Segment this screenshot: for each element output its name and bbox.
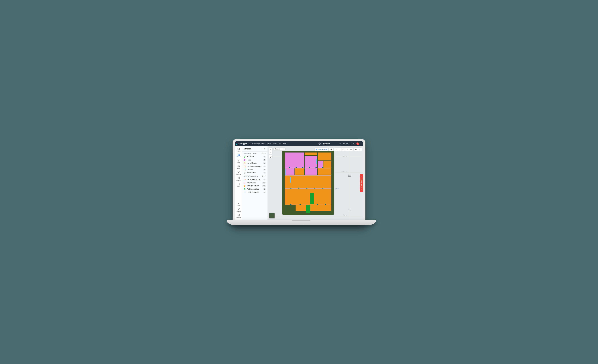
svg-point-15 — [238, 173, 239, 173]
logo-icon — [236, 143, 237, 145]
chevron-up-icon[interactable] — [264, 175, 266, 177]
chevron-down-icon[interactable] — [360, 143, 362, 144]
app-logo[interactable]: TaskMapper — [236, 143, 247, 145]
feedback-tab[interactable]: Share feedback ⋮ — [360, 174, 363, 191]
settings-icon[interactable] — [318, 142, 321, 145]
map-search-icon[interactable] — [358, 148, 362, 151]
more-options-icon[interactable] — [261, 148, 263, 150]
notifications-icon[interactable] — [350, 142, 352, 145]
chevron-up-icon[interactable] — [264, 153, 266, 154]
svg-point-24 — [238, 215, 239, 215]
count-badge: 13 — [263, 159, 266, 161]
count-badge: 5 — [263, 156, 266, 158]
rail-table[interactable]: Table — [235, 165, 242, 170]
class-row[interactable]: Modules Installed60 — [242, 187, 267, 191]
class-group-header[interactable]: Monitoring - Others — [242, 152, 267, 155]
class-row[interactable]: Piles Installed609 — [242, 181, 267, 184]
swatch-icon — [244, 159, 245, 161]
nav-dashboard[interactable]: Dashboard — [252, 143, 260, 145]
rail-sharing[interactable]: Sharing — [235, 207, 242, 213]
swatch-icon — [244, 163, 245, 164]
save-view-button[interactable]: Save view × — [315, 148, 328, 151]
svg-point-14 — [239, 172, 240, 172]
svg-line-22 — [238, 209, 239, 209]
class-row[interactable]: Inverter Piles Compl..0 — [242, 165, 267, 168]
svg-point-38 — [356, 149, 357, 149]
count-badge: 60 — [263, 188, 266, 190]
user-avatar[interactable]: e — [357, 142, 359, 145]
home-icon[interactable] — [249, 143, 251, 145]
class-row[interactable]: Trackers Installed993 — [242, 184, 267, 187]
class-row[interactable]: Predrill/Piles Incom...0 — [242, 178, 267, 181]
rail-analyze[interactable]: Analyze — [235, 176, 242, 182]
count-badge: 0 — [263, 179, 266, 180]
close-icon[interactable]: × — [326, 148, 327, 150]
rail-charts[interactable]: Charts — [235, 201, 242, 207]
point-tool[interactable] — [345, 148, 349, 151]
count-badge: 10 — [263, 162, 266, 164]
class-row[interactable]: Internal Roads10 — [242, 162, 267, 165]
rail-filters[interactable]: Filters — [235, 159, 242, 164]
classes-panel: Classes Monitoring - Others DC Trench5 F… — [242, 146, 268, 220]
search-icon[interactable] — [343, 142, 345, 145]
save-icon — [316, 149, 317, 150]
route-badge: 1173 — [348, 209, 351, 211]
measure-tool[interactable] — [354, 148, 358, 151]
rail-workflows[interactable]: Workflows — [235, 170, 242, 176]
nav-more[interactable]: More — [283, 143, 288, 145]
circle-tool[interactable] — [342, 148, 345, 151]
svg-marker-8 — [238, 160, 240, 162]
layer-style-select[interactable]: Default — [274, 148, 285, 150]
eye-icon[interactable] — [262, 153, 263, 154]
svg-point-31 — [262, 176, 263, 176]
rail-settings[interactable]: Settings — [235, 213, 242, 219]
main-nav: Dashboard Maps Tasks Forms Files More — [252, 143, 288, 145]
road — [349, 146, 349, 220]
svg-point-35 — [343, 149, 344, 150]
road-label: Stice Rd — [343, 156, 347, 157]
language-toggle[interactable]: EN — [346, 143, 349, 145]
path-tool[interactable] — [349, 148, 353, 151]
class-group-header[interactable]: Monitoring - Trackers — [242, 174, 267, 178]
svg-rect-34 — [339, 149, 340, 150]
rail-classes[interactable]: Classes — [235, 153, 242, 158]
reset-view-button[interactable] — [269, 155, 272, 159]
nav-maps[interactable]: Maps — [261, 143, 265, 145]
rail-scan[interactable]: Scan — [235, 182, 242, 188]
line-tool[interactable] — [334, 148, 338, 151]
left-rail: Layers Classes Filters Table Workflows A… — [235, 146, 242, 220]
road-label: g Field — [335, 188, 339, 190]
rail-layers[interactable]: Layers — [235, 147, 242, 152]
rect-tool[interactable] — [338, 148, 342, 151]
nav-tasks[interactable]: Tasks — [267, 143, 271, 145]
class-row[interactable]: Predrill Complete9 — [242, 191, 267, 194]
class-row[interactable]: Inverters24 — [242, 168, 267, 171]
svg-line-2 — [344, 144, 345, 144]
class-row[interactable]: Fence13 — [242, 158, 267, 162]
add-class-icon[interactable] — [263, 148, 266, 150]
swatch-icon — [244, 182, 245, 183]
minimap[interactable] — [269, 213, 275, 218]
project-select[interactable]: Horizon — [322, 142, 342, 145]
count-badge: 9 — [263, 191, 266, 193]
app-header: TaskMapper | Dashboard Maps Tasks Forms … — [235, 141, 363, 146]
svg-point-13 — [238, 172, 238, 172]
nav-files[interactable]: Files — [278, 143, 281, 145]
pin-tool[interactable] — [329, 148, 333, 151]
svg-rect-4 — [238, 154, 238, 155]
swatch-icon — [244, 156, 245, 157]
zoom-in-button[interactable]: + — [269, 148, 272, 151]
map-canvas[interactable]: Stice Rd Wilson Rd g Field Flow Rd 1173 … — [268, 146, 363, 220]
nav-forms[interactable]: Forms — [272, 143, 276, 145]
zoom-out-button[interactable]: − — [269, 151, 272, 154]
class-row[interactable]: DC Trench5 — [242, 155, 267, 158]
route-badge: 1173 — [348, 175, 351, 177]
eye-icon[interactable] — [262, 175, 263, 177]
chat-icon[interactable] — [353, 142, 355, 145]
svg-line-23 — [238, 209, 239, 210]
class-row[interactable]: Roads Gravel0 — [242, 171, 267, 174]
svg-point-37 — [356, 149, 356, 149]
svg-point-21 — [239, 210, 240, 210]
divider: | — [248, 143, 248, 145]
road — [334, 173, 363, 173]
